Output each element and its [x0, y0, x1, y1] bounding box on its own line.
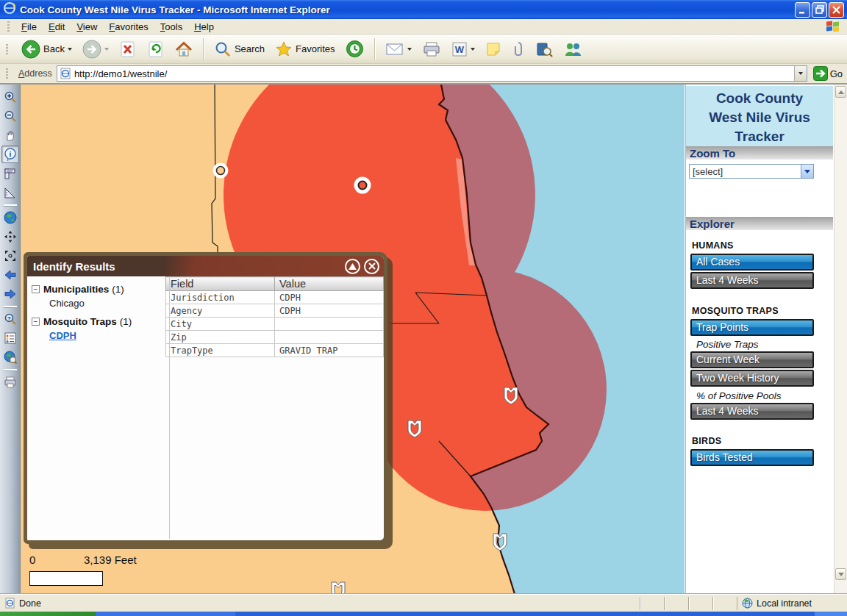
tree-item-chicago[interactable]: Chicago [32, 298, 162, 309]
favorites-star-icon [275, 40, 293, 58]
search-button[interactable]: Search [211, 39, 268, 60]
tool-zoom-in-button[interactable] [1, 88, 19, 106]
tool-separator [4, 204, 17, 206]
chevron-down-icon [804, 170, 810, 173]
home-button[interactable] [172, 39, 196, 60]
explorer-button-birds-tested[interactable]: Birds Tested [690, 449, 814, 466]
history-icon [346, 40, 364, 58]
start-button-edge [0, 612, 96, 616]
attach-button[interactable] [509, 39, 528, 60]
tool-pan-arrows-button[interactable] [1, 228, 19, 246]
tool-identify-button[interactable]: i [1, 146, 19, 163]
back-button[interactable]: Back [18, 38, 75, 60]
mail-dropdown-caret[interactable] [407, 48, 412, 51]
table-row: TrapTypeGRAVID TRAP [166, 344, 384, 357]
tool-overview-map-button[interactable] [1, 348, 19, 366]
select-dropdown-button[interactable] [801, 165, 813, 178]
research-button[interactable] [532, 39, 556, 60]
tree-group-municipalities[interactable]: Municipalities (1) [32, 284, 162, 295]
tool-zoom-box-button[interactable] [1, 247, 19, 265]
identify-results-title: Identify Results [33, 260, 115, 273]
paperclip-icon [512, 40, 525, 58]
explorer-button-current-week[interactable]: Current Week [690, 351, 814, 368]
map-viewport[interactable]: 0 3,139 Feet Identify Results Municipali… [21, 85, 685, 594]
scroll-up-button[interactable] [835, 86, 846, 98]
address-url: http://demo1/westnile/ [74, 68, 794, 79]
tree-group-mosquito-traps[interactable]: Mosquito Traps (1) [32, 316, 162, 327]
address-label: Address [18, 68, 52, 79]
page-scrollbar[interactable] [834, 85, 847, 594]
home-icon [175, 40, 193, 58]
explorer-button-two-week-history[interactable]: Two Week History [690, 370, 814, 387]
app-title-box: Cook County West Nile Virus Tracker [686, 86, 833, 146]
menu-view[interactable]: View [71, 20, 103, 34]
popup-close-button[interactable] [364, 259, 379, 274]
tool-pan-button[interactable] [1, 126, 19, 144]
notes-button[interactable] [482, 40, 504, 59]
explorer-button-humans-last-4-weeks[interactable]: Last 4 Weeks [690, 272, 814, 289]
tool-full-extent-button[interactable] [1, 209, 19, 226]
tool-separator [4, 306, 17, 307]
taskbar-tray-edge [815, 612, 847, 616]
search-icon [214, 40, 232, 58]
explorer-button-trap-points[interactable]: Trap Points [690, 319, 814, 336]
forward-icon [82, 40, 101, 59]
menu-edit[interactable]: Edit [43, 20, 71, 34]
triangle-down-icon [838, 573, 844, 576]
windows-flag-icon [826, 21, 841, 32]
collapse-minus-icon[interactable] [32, 318, 40, 326]
identify-results-panel: Identify Results Municipalities (1) Chic… [24, 252, 387, 544]
zoom-to-header: Zoom To [686, 146, 833, 160]
tool-find-button[interactable]: ? [1, 310, 19, 328]
scale-distance-label: 3,139 Feet [84, 554, 137, 566]
menu-help[interactable]: Help [188, 20, 220, 34]
tool-back-extent-button[interactable] [1, 266, 19, 284]
tool-forward-extent-button[interactable] [1, 285, 19, 303]
back-dropdown-caret[interactable] [68, 48, 72, 51]
stop-button[interactable] [116, 39, 140, 60]
title-bar: Cook County West Nile Virus Tracker - Mi… [0, 0, 847, 19]
close-button[interactable] [829, 2, 844, 18]
browser-window: Cook County West Nile Virus Tracker - Mi… [0, 0, 847, 616]
edit-with-word-button[interactable]: W [448, 40, 478, 59]
taskbar-segment [96, 612, 235, 616]
explorer-button-traps-last-4-weeks[interactable]: Last 4 Weeks [690, 403, 814, 420]
scroll-down-button[interactable] [835, 568, 846, 580]
menu-tools[interactable]: Tools [154, 20, 188, 34]
collapse-button[interactable] [345, 259, 360, 274]
messenger-button[interactable] [560, 40, 585, 59]
globe-icon [742, 598, 753, 609]
identify-results-header[interactable]: Identify Results [27, 256, 384, 276]
zoom-to-select[interactable]: [select] [689, 164, 814, 179]
address-dropdown-button[interactable] [794, 66, 807, 81]
history-button[interactable] [343, 38, 367, 60]
minimize-button[interactable] [795, 2, 810, 18]
print-button[interactable] [419, 39, 444, 60]
forward-button[interactable] [79, 38, 112, 60]
tool-legend-button[interactable] [1, 329, 19, 347]
table-row: Zip [166, 331, 384, 344]
favorites-button[interactable]: Favorites [272, 39, 337, 60]
tool-separator [4, 369, 17, 370]
menu-favorites[interactable]: Favorites [103, 20, 154, 34]
scale-bar [29, 571, 103, 586]
tool-print-button[interactable] [1, 373, 19, 391]
mail-button[interactable] [382, 40, 415, 59]
restore-button[interactable] [812, 2, 827, 18]
toolbar-grip [6, 68, 8, 79]
status-text: Done [19, 598, 41, 609]
address-input[interactable]: http://demo1/westnile/ [57, 65, 807, 82]
tool-measure-button[interactable] [1, 165, 19, 182]
refresh-button[interactable] [144, 39, 168, 60]
collapse-minus-icon[interactable] [32, 285, 40, 293]
forward-dropdown-caret[interactable] [104, 48, 109, 51]
tool-measure-area-button[interactable] [1, 184, 19, 201]
page-ie-icon [4, 598, 15, 609]
tool-zoom-out-button[interactable] [1, 107, 19, 125]
word-dropdown-caret[interactable] [471, 48, 475, 51]
menu-file[interactable]: File [15, 20, 43, 34]
toolbar-separator [203, 38, 204, 60]
go-button[interactable]: Go [812, 65, 847, 82]
tree-link-cdph[interactable]: CDPH [49, 330, 76, 341]
explorer-button-all-cases[interactable]: All Cases [690, 254, 814, 271]
